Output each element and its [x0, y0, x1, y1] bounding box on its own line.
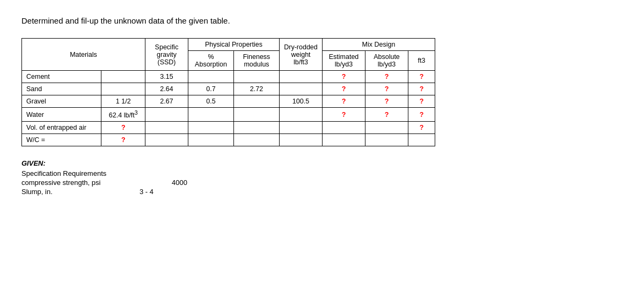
given-title: GIVEN:: [21, 159, 623, 167]
page-title: Determined and fil-up the unknown data o…: [21, 16, 623, 25]
ft3-cell: [408, 134, 435, 146]
material-sub: 62.4 lb/ft3: [101, 108, 145, 122]
ft3-header: ft3: [408, 51, 435, 71]
slump-label: Slump, in.: [21, 188, 75, 196]
slump-row: Slump, in. 3 - 4: [21, 188, 623, 196]
material-sub: [101, 83, 145, 95]
main-table-wrapper: Materials Specific gravity (SSD) Physica…: [21, 38, 623, 146]
estimated-cell: ?: [323, 83, 365, 95]
ft3-cell: ?: [408, 83, 435, 95]
dry-rodded-cell: [280, 122, 323, 134]
fineness-modulus-cell: [234, 95, 280, 108]
dry-rodded-cell: [280, 71, 323, 83]
data-table: Materials Specific gravity (SSD) Physica…: [21, 38, 435, 146]
estimated-header: Estimated lb/yd3: [323, 51, 365, 71]
spec-req-row: Specification Requirements: [21, 169, 623, 177]
specific-gravity-header: Specific gravity (SSD): [145, 39, 188, 71]
estimated-cell: ?: [323, 71, 365, 83]
fineness-modulus-cell: [234, 108, 280, 122]
spec-req-label: Specification Requirements: [21, 169, 140, 177]
specific-gravity-cell: [145, 134, 188, 146]
absolute-header: Absolute lb/yd3: [365, 51, 408, 71]
specific-gravity-cell: 2.64: [145, 83, 188, 95]
given-section: GIVEN: Specification Requirements compre…: [21, 159, 623, 196]
compressive-label: compressive strength, psi: [21, 179, 140, 187]
material-sub: ?: [101, 122, 145, 134]
absorption-cell: [188, 134, 234, 146]
physical-properties-header: Physical Properties: [188, 39, 280, 51]
material-name: Water: [22, 108, 101, 122]
absolute-cell: ?: [365, 71, 408, 83]
specific-gravity-cell: 2.67: [145, 95, 188, 108]
absorption-cell: [188, 122, 234, 134]
material-name: Sand: [22, 83, 101, 95]
fineness-modulus-cell: 2.72: [234, 83, 280, 95]
specific-gravity-cell: 3.15: [145, 71, 188, 83]
absolute-cell: [365, 134, 408, 146]
compressive-row: compressive strength, psi 4000: [21, 179, 623, 187]
ft3-cell: ?: [408, 108, 435, 122]
absolute-cell: ?: [365, 108, 408, 122]
absorption-cell: 0.7: [188, 83, 234, 95]
estimated-cell: [323, 134, 365, 146]
material-sub: ?: [101, 134, 145, 146]
absorption-cell: [188, 71, 234, 83]
dry-rodded-cell: 100.5: [280, 95, 323, 108]
absorption-cell: 0.5: [188, 95, 234, 108]
fineness-modulus-cell: [234, 134, 280, 146]
dry-rodded-header: Dry-rodded weight lb/ft3: [280, 39, 323, 71]
compressive-value: 4000: [172, 179, 187, 187]
dry-rodded-cell: [280, 83, 323, 95]
dry-rodded-cell: [280, 134, 323, 146]
estimated-cell: [323, 122, 365, 134]
absolute-cell: ?: [365, 95, 408, 108]
absorption-cell: [188, 108, 234, 122]
ft3-cell: ?: [408, 71, 435, 83]
ft3-cell: ?: [408, 122, 435, 134]
material-name: W/C =: [22, 134, 101, 146]
fineness-modulus-header: Fineness modulus: [234, 51, 280, 71]
ft3-cell: ?: [408, 95, 435, 108]
material-name: Gravel: [22, 95, 101, 108]
material-sub: [101, 71, 145, 83]
estimated-cell: ?: [323, 95, 365, 108]
absolute-cell: ?: [365, 83, 408, 95]
materials-header: Materials: [22, 39, 145, 71]
dry-rodded-cell: [280, 108, 323, 122]
material-sub: 1 1/2: [101, 95, 145, 108]
material-name: Vol. of entrapped air: [22, 122, 101, 134]
absorption-header: % Absorption: [188, 51, 234, 71]
fineness-modulus-cell: [234, 122, 280, 134]
estimated-cell: ?: [323, 108, 365, 122]
absolute-cell: [365, 122, 408, 134]
mix-design-header: Mix Design: [323, 39, 435, 51]
slump-value: 3 - 4: [140, 188, 153, 196]
specific-gravity-cell: [145, 108, 188, 122]
fineness-modulus-cell: [234, 71, 280, 83]
material-name: Cement: [22, 71, 101, 83]
specific-gravity-cell: [145, 122, 188, 134]
